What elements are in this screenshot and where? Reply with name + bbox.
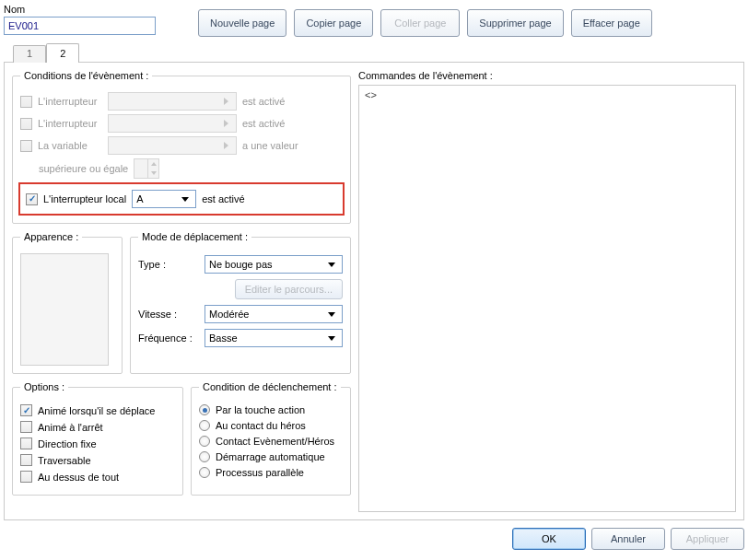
self-switch-checkbox[interactable]	[26, 193, 38, 205]
paste-page-button: Coller page	[380, 9, 460, 37]
name-input[interactable]	[4, 17, 156, 35]
switch2-label: L'interrupteur	[38, 118, 102, 129]
trigger-parallel-radio[interactable]	[199, 467, 210, 478]
tab-2[interactable]: 2	[46, 43, 79, 63]
name-label: Nom	[4, 4, 156, 15]
switch2-checkbox[interactable]	[20, 118, 32, 130]
trigger-autorun-label: Démarrage automatique	[216, 451, 325, 462]
trigger-event-touch-label: Contact Evènement/Héros	[216, 436, 334, 447]
move-type-combo[interactable]: Ne bouge pas	[205, 255, 343, 274]
clear-page-button[interactable]: Effacer page	[571, 9, 652, 37]
opt-above-checkbox[interactable]	[20, 471, 32, 483]
opt-through-label: Traversable	[38, 455, 91, 466]
move-freq-label: Fréquence :	[138, 332, 199, 344]
self-switch-combo[interactable]: A	[132, 190, 196, 208]
self-switch-label: L'interrupteur local	[43, 193, 126, 204]
trigger-legend: Condition de déclenchement :	[199, 381, 341, 392]
opt-through-checkbox[interactable]	[20, 454, 32, 466]
variable-suffix: a une valeur	[242, 140, 298, 151]
switch2-lookup	[108, 114, 237, 133]
switch1-suffix: est activé	[242, 96, 285, 107]
trigger-player-touch-radio[interactable]	[199, 420, 210, 431]
opt-anim-stop-checkbox[interactable]	[20, 421, 32, 433]
opt-anim-move-checkbox[interactable]	[20, 404, 32, 416]
self-switch-suffix: est activé	[202, 193, 244, 204]
appearance-legend: Apparence :	[20, 231, 82, 242]
trigger-fieldset: Condition de déclenchement : Par la touc…	[191, 381, 351, 496]
variable-checkbox[interactable]	[20, 140, 32, 152]
move-freq-combo[interactable]: Basse	[205, 329, 343, 347]
switch1-checkbox[interactable]	[20, 96, 32, 108]
switch1-lookup	[108, 92, 237, 111]
trigger-action-radio[interactable]	[199, 404, 210, 415]
tab-1[interactable]: 1	[13, 45, 46, 63]
edit-route-button: Editer le parcours...	[235, 279, 343, 299]
move-speed-combo[interactable]: Modérée	[205, 305, 343, 323]
opt-above-label: Au dessus de tout	[38, 472, 119, 483]
apply-button: Appliquer	[671, 528, 744, 550]
variable-label: La variable	[38, 140, 102, 151]
self-switch-highlight: L'interrupteur local A est activé	[18, 182, 345, 216]
trigger-event-touch-radio[interactable]	[199, 436, 210, 447]
opt-anim-stop-label: Animé à l'arrêt	[38, 422, 103, 433]
move-type-label: Type :	[138, 259, 199, 270]
switch2-suffix: est activé	[242, 118, 285, 129]
cancel-button[interactable]: Annuler	[591, 528, 665, 550]
conditions-fieldset: Conditions de l'évènement : L'interrupte…	[12, 70, 351, 224]
delete-page-button[interactable]: Supprimer page	[467, 9, 563, 37]
copy-page-button[interactable]: Copier page	[294, 9, 373, 37]
switch1-label: L'interrupteur	[38, 96, 102, 107]
appearance-fieldset: Apparence :	[12, 231, 123, 374]
variable-comp-label: supérieure ou égale	[39, 163, 128, 174]
movement-fieldset: Mode de déplacement : Type : Ne bouge pa…	[130, 231, 351, 374]
trigger-player-touch-label: Au contact du héros	[216, 420, 306, 431]
commands-list[interactable]: <>	[358, 85, 736, 512]
variable-lookup	[108, 136, 237, 155]
trigger-autorun-radio[interactable]	[199, 451, 210, 462]
opt-dir-fix-checkbox[interactable]	[20, 438, 32, 449]
trigger-action-label: Par la touche action	[216, 404, 305, 415]
opt-dir-fix-label: Direction fixe	[38, 438, 97, 449]
commands-legend: Commandes de l'évènement :	[358, 70, 736, 81]
new-page-button[interactable]: Nouvelle page	[198, 9, 286, 37]
opt-anim-move-label: Animé lorsqu'il se déplace	[38, 405, 155, 416]
appearance-preview[interactable]	[20, 253, 109, 366]
commands-placeholder: <>	[365, 89, 377, 100]
trigger-parallel-label: Processus parallèle	[216, 467, 304, 478]
variable-value-spinner	[134, 158, 159, 179]
move-speed-label: Vitesse :	[138, 309, 199, 320]
movement-legend: Mode de déplacement :	[138, 231, 251, 242]
options-legend: Options :	[20, 381, 68, 392]
options-fieldset: Options : Animé lorsqu'il se déplace Ani…	[12, 381, 183, 496]
conditions-legend: Conditions de l'évènement :	[20, 70, 152, 81]
ok-button[interactable]: OK	[512, 528, 586, 550]
